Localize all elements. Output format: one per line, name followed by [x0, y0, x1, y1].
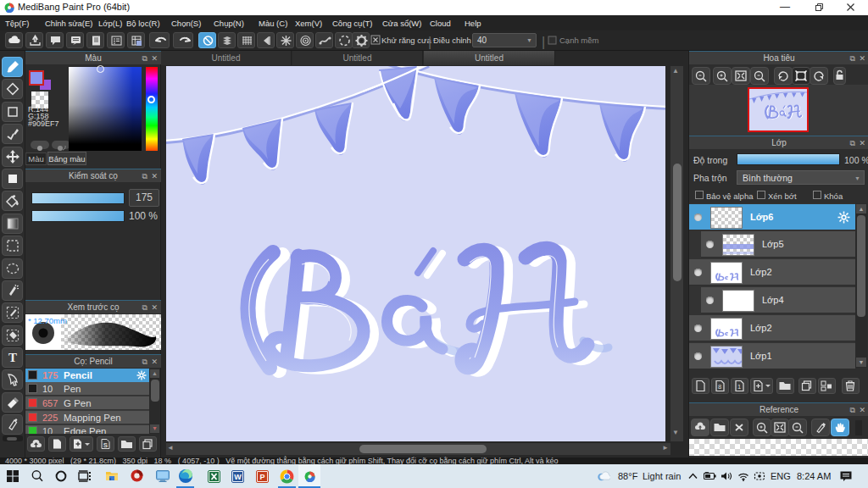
svg-text:8: 8 [718, 383, 721, 391]
svg-text:1: 1 [737, 383, 741, 391]
svg-text:S: S [103, 441, 108, 449]
svg-text:W: W [234, 473, 242, 481]
svg-text:P: P [259, 473, 264, 481]
svg-text:T: T [8, 351, 17, 364]
